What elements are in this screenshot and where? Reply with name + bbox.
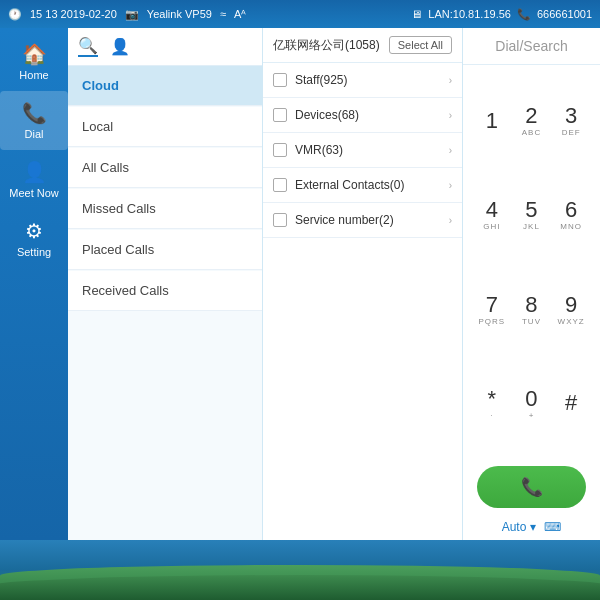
contact-list: Staff(925) › Devices(68) › VMR(63) › Ext… (263, 63, 462, 238)
dial-key-5-main: 5 (525, 199, 537, 221)
device-icon: 📷 (125, 8, 139, 21)
dial-key-3-sub: DEF (562, 128, 581, 137)
clock-icon: 🕐 (8, 8, 22, 21)
contacts-tab-icon[interactable]: 👤 (110, 37, 130, 56)
status-bar: 🕐 15 13 2019-02-20 📷 Yealink VP59 ≈ Aᴬ 🖥… (0, 0, 600, 28)
tab-bar: 🔍 👤 (68, 28, 262, 66)
dial-key-star-sub: · (490, 411, 493, 420)
meet-icon: 👤 (22, 160, 47, 184)
contact-name-devices: Devices(68) (295, 108, 441, 122)
contact-checkbox-external[interactable] (273, 178, 287, 192)
sidebar-item-setting[interactable]: ⚙ Setting (0, 209, 68, 268)
status-lan: LAN:10.81.19.56 (428, 8, 511, 20)
contact-name-external: External Contacts(0) (295, 178, 441, 192)
sidebar-item-home[interactable]: 🏠 Home (0, 32, 68, 91)
status-device: Yealink VP59 (147, 8, 212, 20)
phone-status-icon: 📞 (517, 8, 531, 21)
home-icon: 🏠 (22, 42, 47, 66)
category-received-calls[interactable]: Received Calls (68, 271, 262, 311)
dial-key-6[interactable]: 6 MNO (552, 169, 590, 261)
search-tab-icon[interactable]: 🔍 (78, 36, 98, 57)
dial-key-8[interactable]: 8 TUV (513, 264, 551, 356)
dial-key-0[interactable]: 0 + (513, 358, 551, 450)
dial-footer: Auto ▾ ⌨ (496, 514, 568, 540)
contact-checkbox-devices[interactable] (273, 108, 287, 122)
category-placed-calls[interactable]: Placed Calls (68, 230, 262, 270)
call-icon: 📞 (521, 476, 543, 498)
category-list: Cloud Local All Calls Missed Calls Place… (68, 66, 262, 540)
contact-checkbox-vmr[interactable] (273, 143, 287, 157)
setting-icon: ⚙ (25, 219, 43, 243)
dial-key-6-sub: MNO (560, 222, 582, 231)
chevron-right-icon-external: › (449, 180, 452, 191)
contact-item-devices[interactable]: Devices(68) › (263, 98, 462, 133)
keyboard-icon[interactable]: ⌨ (544, 520, 561, 534)
left-panel: 🔍 👤 Cloud Local All Calls Missed Calls P… (68, 28, 263, 540)
dial-key-5[interactable]: 5 JKL (513, 169, 551, 261)
dial-key-7[interactable]: 7 PQRS (473, 264, 511, 356)
category-missed-calls[interactable]: Missed Calls (68, 189, 262, 229)
contact-item-service[interactable]: Service number(2) › (263, 203, 462, 238)
chevron-right-icon-staff: › (449, 75, 452, 86)
chevron-right-icon-vmr: › (449, 145, 452, 156)
dial-key-7-sub: PQRS (478, 317, 505, 326)
dial-key-star[interactable]: * · (473, 358, 511, 450)
dial-key-2-main: 2 (525, 105, 537, 127)
dial-key-0-sub: + (529, 411, 535, 420)
contact-checkbox-service[interactable] (273, 213, 287, 227)
category-local-label: Local (82, 119, 113, 134)
dial-key-2-sub: ABC (522, 128, 541, 137)
dial-search-placeholder: Dial/Search (495, 38, 567, 54)
dial-key-3[interactable]: 3 DEF (552, 75, 590, 167)
dial-key-7-main: 7 (486, 294, 498, 316)
dial-key-hash-main: # (565, 392, 577, 414)
auto-label[interactable]: Auto (502, 520, 527, 534)
category-local[interactable]: Local (68, 107, 262, 147)
monitor-icon: 🖥 (411, 8, 422, 20)
contact-item-staff[interactable]: Staff(925) › (263, 63, 462, 98)
status-phone-num: 666661001 (537, 8, 592, 20)
category-cloud-label: Cloud (82, 78, 119, 93)
chevron-down-icon: ▾ (530, 520, 536, 534)
landscape-decoration (0, 540, 600, 600)
dial-key-1[interactable]: 1 (473, 75, 511, 167)
contact-name-service: Service number(2) (295, 213, 441, 227)
dial-key-4[interactable]: 4 GHI (473, 169, 511, 261)
contact-item-external[interactable]: External Contacts(0) › (263, 168, 462, 203)
dial-key-4-main: 4 (486, 199, 498, 221)
dial-key-star-main: * (488, 388, 497, 410)
category-missed-calls-label: Missed Calls (82, 201, 156, 216)
dial-key-9-main: 9 (565, 294, 577, 316)
category-received-calls-label: Received Calls (82, 283, 169, 298)
category-all-calls[interactable]: All Calls (68, 148, 262, 188)
status-right: 🖥 LAN:10.81.19.56 📞 666661001 (411, 8, 592, 21)
sidebar: 🏠 Home 📞 Dial 👤 Meet Now ⚙ Setting (0, 28, 68, 540)
dial-key-5-sub: JKL (523, 222, 540, 231)
select-all-button[interactable]: Select All (389, 36, 452, 54)
right-panel: Dial/Search 1 2 ABC 3 DEF 4 GHI 5 JKL (463, 28, 600, 540)
category-cloud[interactable]: Cloud (68, 66, 262, 106)
dial-key-9[interactable]: 9 WXYZ (552, 264, 590, 356)
contact-item-vmr[interactable]: VMR(63) › (263, 133, 462, 168)
sidebar-label-meetnow: Meet Now (9, 187, 59, 199)
middle-header: 亿联网络公司(1058) Select All (263, 28, 462, 63)
dial-search-bar[interactable]: Dial/Search (463, 28, 600, 65)
sidebar-item-meetnow[interactable]: 👤 Meet Now (0, 150, 68, 209)
main-container: 🏠 Home 📞 Dial 👤 Meet Now ⚙ Setting 🔍 👤 C… (0, 28, 600, 540)
dial-call-button[interactable]: 📞 (477, 466, 587, 508)
sidebar-item-dial[interactable]: 📞 Dial (0, 91, 68, 150)
dial-key-hash[interactable]: # (552, 358, 590, 450)
category-placed-calls-label: Placed Calls (82, 242, 154, 257)
sidebar-label-setting: Setting (17, 246, 51, 258)
dialpad: 1 2 ABC 3 DEF 4 GHI 5 JKL 6 MNO (463, 65, 600, 460)
dial-key-8-main: 8 (525, 294, 537, 316)
dial-key-9-sub: WXYZ (558, 317, 585, 326)
dial-key-3-main: 3 (565, 105, 577, 127)
wifi-icon: ≈ (220, 8, 226, 20)
contact-checkbox-staff[interactable] (273, 73, 287, 87)
dial-key-2[interactable]: 2 ABC (513, 75, 551, 167)
sidebar-label-dial: Dial (25, 128, 44, 140)
status-left: 🕐 15 13 2019-02-20 📷 Yealink VP59 ≈ Aᴬ (8, 8, 246, 21)
dial-icon: 📞 (22, 101, 47, 125)
font-icon: Aᴬ (234, 8, 246, 21)
